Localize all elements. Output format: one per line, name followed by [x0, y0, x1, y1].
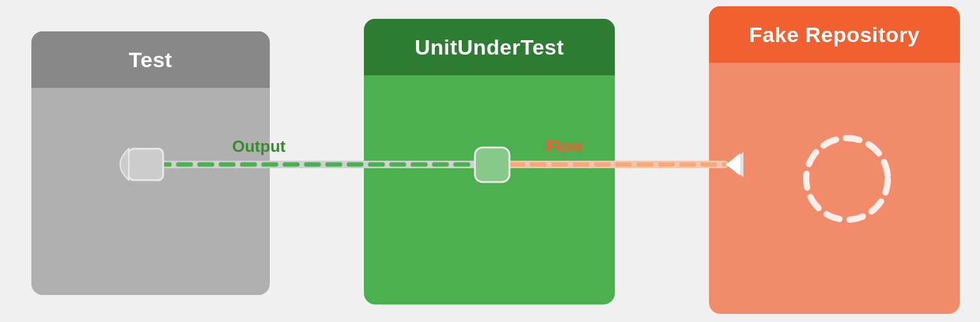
fake-block: Fake Repository	[709, 6, 960, 314]
unit-block-title: UnitUnderTest	[415, 35, 564, 60]
test-block-header: Test	[31, 31, 270, 88]
unit-block-header: UnitUnderTest	[364, 19, 615, 75]
fake-block-title: Fake Repository	[749, 23, 920, 47]
diagram-container: Test UnitUnderTest Fake Repository	[0, 0, 980, 322]
flow-label: Flow	[546, 137, 583, 156]
unit-block: UnitUnderTest	[364, 19, 615, 304]
test-block-title: Test	[129, 48, 172, 72]
output-label: Output	[232, 137, 285, 156]
test-block: Test	[31, 31, 270, 295]
fake-block-header: Fake Repository	[709, 6, 960, 63]
